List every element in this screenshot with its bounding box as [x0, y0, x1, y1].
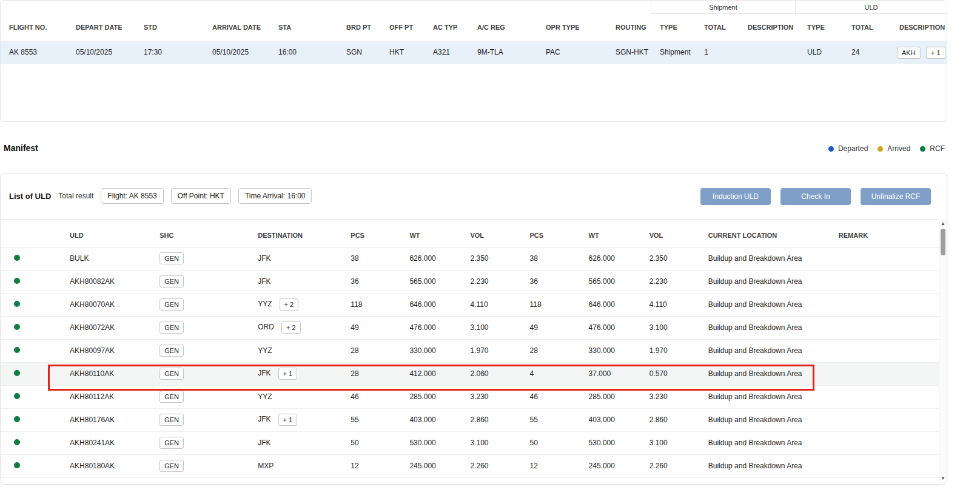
uld-table-row[interactable]: AKH80176AK GEN JFK+ 1 55 403.000 2.860 5…	[1, 408, 941, 431]
col-vol-manifest: VOL	[461, 224, 521, 247]
pcs-manifest-cell: 28	[342, 362, 401, 385]
uld-table-row[interactable]: AKH80180AK GEN MXP 12 245.000 2.260 12 2…	[1, 454, 941, 477]
legend-rcf: RCF	[920, 144, 945, 153]
wt-manifest-cell: 626.000	[401, 247, 461, 270]
pcs-actual-cell: 55	[522, 408, 580, 431]
scrollbar-thumb[interactable]	[941, 229, 945, 255]
uld-table-row[interactable]: BULK GEN JFK 38 626.000 2.350 38 626.000…	[1, 247, 941, 270]
remark-cell	[830, 316, 941, 339]
uld-table-row[interactable]: AKH80070AK GEN YYZ+ 2 118 646.000 4.110 …	[1, 293, 941, 316]
uld-id-cell: AKH80112AK	[61, 385, 151, 408]
destination-cell: ORD+ 2	[249, 316, 342, 339]
off-pt-value: HKT	[389, 41, 404, 64]
wt-manifest-cell: 285.000	[401, 385, 461, 408]
status-cell	[1, 362, 61, 385]
status-cell	[1, 454, 61, 477]
uld-table-row[interactable]: AKH80082AK GEN JFK 36 565.000 2.230 36 5…	[1, 270, 941, 293]
flight-no-value: AK 8553	[9, 41, 37, 64]
destination-cell: YYZ	[249, 339, 342, 362]
shc-cell: GEN	[151, 293, 249, 316]
destination-cell: JFK+ 1	[249, 408, 342, 431]
pcs-manifest-cell: 55	[342, 408, 401, 431]
status-cell	[1, 270, 61, 293]
induction-uld-button[interactable]: Induction ULD	[700, 188, 771, 205]
destination-extra-chip: + 1	[278, 414, 298, 426]
arrived-dot-icon	[878, 146, 883, 152]
shc-cell: GEN	[151, 362, 249, 385]
rcf-status-dot-icon	[14, 393, 20, 399]
shc-chip: GEN	[159, 298, 184, 311]
legend-arrived: Arrived	[878, 144, 910, 153]
uld-id-cell: AKH80176AK	[61, 408, 151, 431]
opr-type-value: PAC	[546, 41, 560, 64]
uld-id-cell: AKH80070AK	[61, 293, 151, 316]
unfinalize-rcf-button[interactable]: Unfinalize RCF	[861, 188, 931, 205]
col-shipment-total: TOTAL	[704, 14, 726, 41]
status-cell	[1, 431, 61, 454]
destination-cell: YYZ	[249, 385, 342, 408]
rcf-status-dot-icon	[14, 324, 20, 330]
uld-table-row[interactable]: AKH80072AK GEN ORD+ 2 49 476.000 3.100 4…	[1, 316, 941, 339]
flight-filter-chip: Flight: AK 8553	[101, 188, 163, 204]
rcf-status-dot-icon	[14, 416, 20, 422]
uld-table-row[interactable]: AKH80112AK GEN YYZ 46 285.000 3.230 46 2…	[1, 385, 941, 408]
vertical-scrollbar[interactable]: ▲ ▼	[939, 219, 947, 483]
vol-actual-cell: 4.110	[641, 293, 700, 316]
status-cell	[1, 385, 61, 408]
check-in-button[interactable]: Check In	[780, 188, 851, 205]
vol-manifest-cell: 2.860	[461, 408, 521, 431]
wt-actual-cell: 646.000	[580, 293, 641, 316]
status-cell	[1, 408, 61, 431]
pcs-actual-cell: 49	[522, 316, 580, 339]
destination-code: YYZ	[258, 346, 272, 355]
current-location-cell: Buildup and Breakdown Area	[700, 270, 830, 293]
status-cell	[1, 293, 61, 316]
col-ac-reg: A/C REG	[477, 14, 505, 41]
destination-code: MXP	[258, 462, 274, 470]
uld-id-cell: AKH80072AK	[61, 316, 151, 339]
vol-actual-cell: 2.260	[641, 454, 700, 477]
col-std: STD	[144, 14, 157, 41]
destination-code: ORD	[258, 323, 274, 331]
uld-table-row[interactable]: AKH80241AK GEN JFK 50 530.000 3.100 50 5…	[1, 431, 941, 454]
pcs-actual-cell: 46	[522, 385, 580, 408]
manifest-title: Manifest	[4, 143, 38, 153]
wt-manifest-cell: 412.000	[401, 362, 461, 385]
panel-actions: Induction ULD Check In Unfinalize RCF	[700, 188, 931, 205]
vol-actual-cell: 1.970	[641, 339, 700, 362]
flight-row[interactable]: AK 8553 05/10/2025 17:30 05/10/2025 16:0…	[1, 41, 947, 64]
destination-code: YYZ	[258, 300, 272, 308]
vol-manifest-cell: 2.230	[461, 270, 521, 293]
uld-id-cell: AKH80180AK	[61, 454, 151, 477]
destination-cell: YYZ+ 2	[249, 293, 342, 316]
legend-arrived-label: Arrived	[887, 144, 910, 153]
vol-actual-cell: 3.100	[641, 431, 700, 454]
depart-date-value: 05/10/2025	[76, 41, 112, 64]
current-location-cell: Buildup and Breakdown Area	[700, 362, 830, 385]
uld-table-row[interactable]: AKH80097AK GEN YYZ 28 330.000 1.970 28 3…	[1, 339, 941, 362]
vol-actual-cell: 2.860	[641, 408, 700, 431]
remark-cell	[830, 408, 941, 431]
remark-cell	[830, 270, 941, 293]
pcs-actual-cell: 36	[522, 270, 580, 293]
vol-manifest-cell: 4.110	[461, 293, 521, 316]
pcs-manifest-cell: 118	[342, 293, 401, 316]
shc-chip: GEN	[159, 460, 184, 472]
uld-table-row[interactable]: AKH80110AK GEN JFK+ 1 28 412.000 2.060 4…	[1, 362, 941, 385]
vol-manifest-cell: 3.100	[461, 431, 521, 454]
shc-chip: GEN	[159, 368, 184, 380]
ac-reg-value: 9M-TLA	[477, 41, 503, 64]
scroll-up-icon[interactable]: ▲	[939, 220, 947, 227]
pcs-actual-cell: 28	[522, 339, 580, 362]
uld-total-value: 24	[851, 41, 859, 64]
pcs-manifest-cell: 38	[342, 247, 401, 270]
current-location-cell: Buildup and Breakdown Area	[700, 454, 830, 477]
rcf-status-dot-icon	[14, 255, 20, 261]
shc-chip: GEN	[159, 391, 184, 403]
rcf-status-dot-icon	[14, 462, 20, 468]
pcs-manifest-cell: 12	[342, 454, 401, 477]
destination-cell: MXP	[249, 454, 342, 477]
destination-code: JFK	[258, 415, 270, 423]
vol-actual-cell: 2.230	[641, 270, 700, 293]
scroll-down-icon[interactable]: ▼	[939, 475, 947, 482]
